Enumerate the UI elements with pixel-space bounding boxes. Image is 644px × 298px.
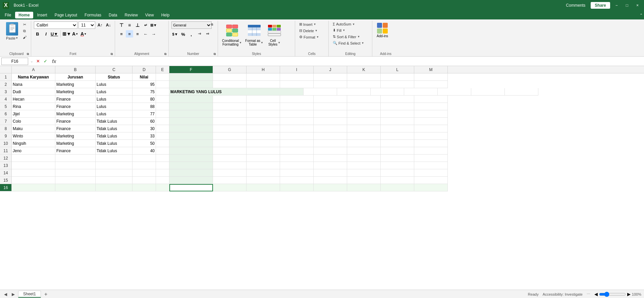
cell-m8[interactable] [414, 125, 448, 132]
cell-h11[interactable] [247, 147, 280, 155]
alignment-expand-btn[interactable]: ⧉ [164, 52, 168, 56]
autosum-btn[interactable]: Σ AutoSum ▼ [331, 21, 356, 27]
cancel-formula-btn[interactable]: ✕ [35, 58, 41, 65]
grid-container[interactable]: 1 Nama Karyawan Jurusan Status Nilai 2 N… [0, 73, 644, 290]
cell-m6[interactable] [414, 110, 448, 118]
cell-a3[interactable]: Dudi [12, 88, 55, 96]
cell-k11[interactable] [347, 147, 381, 155]
cell-k8[interactable] [347, 125, 381, 132]
cell-c5[interactable]: Lulus [96, 103, 132, 110]
options-icon[interactable]: ⋯ [587, 292, 590, 296]
cell-c16[interactable] [96, 184, 132, 191]
format-as-table-btn[interactable]: Format asTable ▼ [244, 21, 265, 47]
cell-e9[interactable] [156, 132, 169, 140]
cell-i11[interactable] [280, 147, 314, 155]
cell-b16[interactable] [55, 184, 96, 191]
cell-h4[interactable] [247, 96, 280, 103]
cell-l6[interactable] [381, 110, 414, 118]
cell-g11[interactable] [213, 147, 247, 155]
cell-f1[interactable] [169, 73, 213, 81]
decrease-decimal-btn[interactable]: ⁻⁰ [196, 31, 203, 38]
cell-c2[interactable]: Lulus [96, 81, 132, 88]
menu-item-review[interactable]: Review [121, 12, 141, 18]
cell-g15[interactable] [213, 177, 247, 184]
cell-c10[interactable]: Tidak Lulus [96, 140, 132, 147]
cell-h8[interactable] [247, 125, 280, 132]
cell-c8[interactable]: Tidak Lulus [96, 125, 132, 132]
cell-c6[interactable]: Lulus [96, 110, 132, 118]
underline-btn[interactable]: U▼ [51, 30, 58, 38]
cell-g5[interactable] [213, 103, 247, 110]
cell-h13[interactable] [247, 162, 280, 169]
cell-c3[interactable]: Lulus [96, 88, 132, 96]
merge-btn[interactable]: ⊞▼ [150, 21, 157, 29]
cell-d14[interactable] [132, 169, 156, 177]
cell-b4[interactable]: Finance [55, 96, 96, 103]
cell-m5[interactable] [414, 103, 448, 110]
row-num-5[interactable]: 5 [0, 103, 12, 110]
row-num-7[interactable]: 7 [0, 118, 12, 125]
cell-b3[interactable]: Marketing [55, 88, 96, 96]
sort-filter-btn[interactable]: ⇅ Sort & Filter ▼ [331, 34, 361, 40]
format-btn[interactable]: ⚙ Format ▼ [298, 34, 320, 40]
cell-a10[interactable]: Ningsih [12, 140, 55, 147]
font-expand-btn[interactable]: ⧉ [111, 52, 114, 56]
cell-a7[interactable]: Colo [12, 118, 55, 125]
cell-i6[interactable] [280, 110, 314, 118]
cell-d12[interactable] [132, 155, 156, 162]
cut-button[interactable]: ✂ [21, 21, 28, 27]
cell-a2[interactable]: Nana [12, 81, 55, 88]
clipboard-expand-btn[interactable]: ⧉ [27, 52, 30, 56]
minimize-button[interactable]: − [613, 2, 621, 8]
cell-i15[interactable] [280, 177, 314, 184]
cell-k9[interactable] [347, 132, 381, 140]
cell-a5[interactable]: Rina [12, 103, 55, 110]
cell-d3[interactable]: 75 [132, 88, 156, 96]
cell-m11[interactable] [414, 147, 448, 155]
zoom-slider[interactable] [599, 292, 626, 297]
italic-btn[interactable]: I [42, 30, 50, 38]
cell-a1[interactable]: Nama Karyawan [12, 73, 55, 81]
cell-l1[interactable] [381, 73, 414, 81]
cell-k7[interactable] [347, 118, 381, 125]
col-header-g[interactable]: G [213, 66, 247, 73]
cell-c12[interactable] [96, 155, 132, 162]
row-num-1[interactable]: 1 [0, 73, 12, 81]
align-center-btn[interactable]: ≡ [126, 30, 133, 38]
cell-h5[interactable] [247, 103, 280, 110]
cell-h9[interactable] [247, 132, 280, 140]
cell-i10[interactable] [280, 140, 314, 147]
cell-j8[interactable] [314, 125, 347, 132]
number-expand-btn[interactable]: ⧉ [214, 52, 217, 56]
cell-d1[interactable]: Nilai [132, 73, 156, 81]
cell-e6[interactable] [156, 110, 169, 118]
cell-l7[interactable] [381, 118, 414, 125]
cell-h14[interactable] [247, 169, 280, 177]
col-header-c[interactable]: C [96, 66, 132, 73]
cell-g3[interactable] [304, 88, 337, 96]
row-num-15[interactable]: 15 [0, 177, 12, 184]
cell-k3[interactable] [438, 88, 471, 96]
copy-button[interactable]: ⧉ [21, 28, 28, 34]
cell-d4[interactable]: 80 [132, 96, 156, 103]
paste-button[interactable]: Paste ▼ [5, 21, 19, 41]
cell-k13[interactable] [347, 162, 381, 169]
cell-j13[interactable] [314, 162, 347, 169]
format-painter-button[interactable]: 🖌 [21, 34, 28, 40]
menu-item-view[interactable]: View [142, 12, 157, 18]
cell-g9[interactable] [213, 132, 247, 140]
cell-m4[interactable] [414, 96, 448, 103]
cell-a16[interactable] [12, 184, 55, 191]
menu-item-home[interactable]: Home [15, 12, 33, 18]
cell-j5[interactable] [314, 103, 347, 110]
cell-h3[interactable] [337, 88, 371, 96]
cell-d13[interactable] [132, 162, 156, 169]
cell-i2[interactable] [280, 81, 314, 88]
align-middle-btn[interactable]: ≡ [126, 21, 133, 29]
align-left-btn[interactable]: ≡ [118, 30, 125, 38]
bold-btn[interactable]: B [34, 30, 41, 38]
cell-m14[interactable] [414, 169, 448, 177]
cell-i12[interactable] [280, 155, 314, 162]
cell-f13[interactable] [169, 162, 213, 169]
menu-item-help[interactable]: Help [158, 12, 173, 18]
